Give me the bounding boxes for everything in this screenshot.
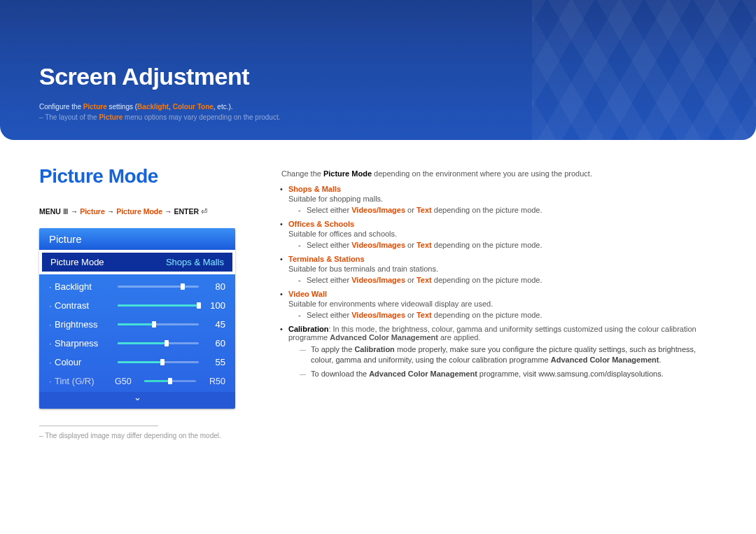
contrast-slider[interactable]: [118, 304, 199, 307]
tint-slider[interactable]: [144, 380, 196, 382]
osd-title: Picture: [39, 228, 235, 250]
picture-mode-value: Shops & Malls: [166, 257, 224, 267]
sharpness-slider[interactable]: [118, 342, 199, 344]
tint-g-value: G50: [115, 377, 139, 386]
section-heading: Picture Mode: [39, 165, 249, 188]
backlight-slider[interactable]: [118, 286, 199, 288]
option-offices: Offices & Schools Suitable for offices a…: [281, 220, 717, 249]
footnote: – The displayed image may differ dependi…: [39, 432, 249, 440]
divider: [39, 426, 158, 426]
intro-text: Change the Picture Mode depending on the…: [281, 169, 717, 178]
option-terminals: Terminals & Stations Suitable for bus te…: [281, 255, 717, 284]
tint-row[interactable]: ·Tint (G/R) G50 R50: [49, 372, 225, 391]
picture-mode-select[interactable]: Picture Mode Shops & Malls: [41, 251, 234, 273]
sharpness-row[interactable]: ·Sharpness 60: [49, 334, 225, 353]
picture-mode-label: Picture Mode: [50, 257, 104, 267]
banner-subtitle-1: Configure the Picture settings (Backligh…: [39, 103, 756, 111]
menu-icon: Ⅲ: [63, 207, 69, 216]
brightness-slider[interactable]: [118, 323, 199, 325]
enter-icon: ⏎: [201, 207, 207, 216]
right-column: Change the Picture Mode depending on the…: [281, 165, 717, 440]
page-title: Screen Adjustment: [39, 63, 756, 90]
colour-row[interactable]: ·Colour 55: [49, 353, 225, 372]
brightness-row[interactable]: ·Brightness 45: [49, 315, 225, 334]
hero-banner: Screen Adjustment Configure the Picture …: [0, 0, 756, 140]
option-calibration: Calibration: In this mode, the brightnes…: [281, 325, 717, 379]
scroll-down-icon[interactable]: ⌄: [39, 392, 235, 409]
calibration-note-2: To download the Advanced Color Managemen…: [304, 369, 717, 379]
colour-slider[interactable]: [118, 361, 199, 363]
tint-r-value: R50: [202, 377, 225, 386]
option-shops: Shops & Malls Suitable for shopping mall…: [281, 185, 717, 214]
osd-menu: Picture Picture Mode Shops & Malls ·Back…: [39, 228, 235, 409]
breadcrumb: MENU Ⅲ → Picture → Picture Mode → ENTER …: [39, 207, 249, 216]
option-videowall: Video Wall Suitable for environments whe…: [281, 290, 717, 319]
backlight-row[interactable]: ·Backlight 80: [49, 277, 225, 296]
left-column: Picture Mode MENU Ⅲ → Picture → Picture …: [39, 165, 249, 440]
banner-subtitle-2: – The layout of the Picture menu options…: [39, 113, 756, 121]
contrast-row[interactable]: ·Contrast 100: [49, 296, 225, 315]
calibration-note-1: To apply the Calibration mode properly, …: [304, 344, 717, 366]
